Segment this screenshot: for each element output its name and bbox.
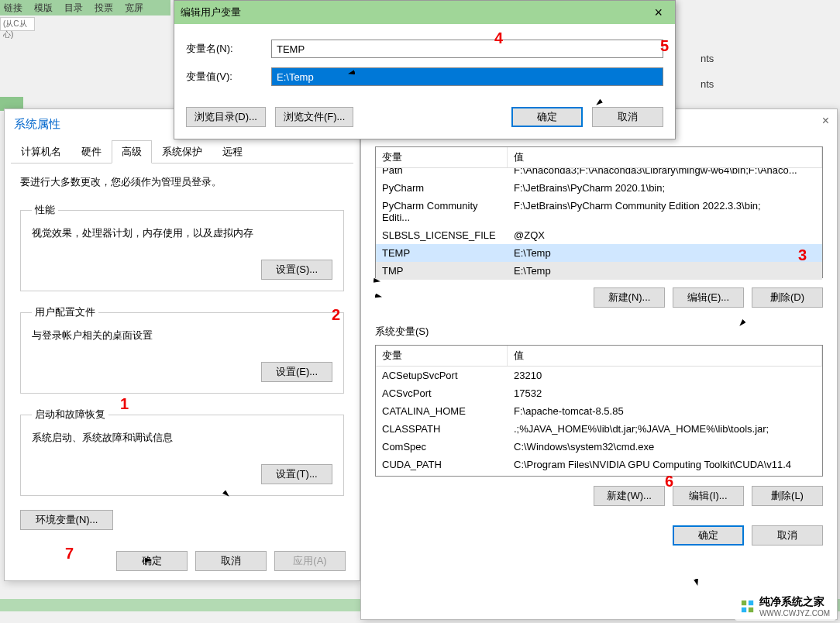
list-row[interactable]: ACSetupSvcPort23210 bbox=[376, 367, 822, 384]
var-name: TEMP bbox=[376, 246, 508, 260]
admin-note: 要进行大多数更改，您必须作为管理员登录。 bbox=[20, 175, 344, 189]
var-name: ComSpec bbox=[376, 439, 508, 454]
var-value: @ZQX bbox=[508, 228, 822, 243]
svg-rect-9 bbox=[742, 600, 746, 604]
userprofile-group: 用户配置文件 与登录帐户相关的桌面设置 设置(E)... bbox=[20, 305, 344, 394]
system-properties-dialog: 系统属性 计算机名 硬件 高级 系统保护 远程 要进行大多数更改，您必须作为管理… bbox=[4, 108, 360, 581]
col-value[interactable]: 值 bbox=[508, 346, 822, 366]
env-vars-button[interactable]: 环境变量(N)... bbox=[20, 510, 113, 530]
tab-hardware[interactable]: 硬件 bbox=[71, 140, 112, 163]
col-variable[interactable]: 变量 bbox=[376, 346, 508, 366]
performance-desc: 视觉效果，处理器计划，内存使用，以及虚拟内存 bbox=[32, 226, 332, 240]
env-vars-dialog: × ASUS 的用户变量(U) 变量 值 OneDriveConsumerC:\… bbox=[360, 108, 838, 620]
sys-vars-label: 系统变量(S) bbox=[375, 325, 823, 339]
var-value: F:\apache-tomcat-8.5.85 bbox=[508, 404, 822, 418]
var-name: CLASSPATH bbox=[376, 422, 508, 436]
bg-right: ntsnts bbox=[701, 39, 840, 101]
list-row[interactable]: ComSpecC:\Windows\system32\cmd.exe bbox=[376, 438, 822, 456]
startup-desc: 系统启动、系统故障和调试信息 bbox=[32, 431, 332, 445]
svg-rect-12 bbox=[749, 607, 753, 611]
browse-dir-button[interactable]: 浏览目录(D)... bbox=[186, 107, 266, 127]
list-row[interactable]: PathF:\Anaconda3;F:\Anaconda3\Library\mi… bbox=[376, 168, 822, 179]
list-row[interactable]: CUDA_PATH_V11_4C:\Program Files\NVIDIA G… bbox=[376, 473, 822, 478]
user-edit-button[interactable]: 编辑(E)... bbox=[673, 287, 744, 308]
svg-rect-10 bbox=[749, 600, 753, 604]
user-vars-list[interactable]: 变量 值 OneDriveConsumerC:\Users\ASUS\OneDr… bbox=[375, 146, 823, 278]
tab-sysprotect[interactable]: 系统保护 bbox=[152, 140, 212, 163]
list-row[interactable]: TEMPE:\Temp bbox=[376, 244, 822, 262]
startup-group: 启动和故障恢复 系统启动、系统故障和调试信息 设置(T)... bbox=[20, 408, 344, 496]
user-new-button[interactable]: 新建(N)... bbox=[594, 287, 665, 308]
edit-dialog-title: 编辑用户变量 bbox=[181, 5, 241, 19]
sys-cancel-button[interactable]: 取消 bbox=[195, 551, 267, 571]
var-name: Path bbox=[376, 168, 508, 177]
performance-settings-button[interactable]: 设置(S)... bbox=[261, 260, 332, 280]
bg-tab: (从C从心) bbox=[0, 17, 35, 31]
performance-legend: 性能 bbox=[32, 203, 58, 217]
startup-settings-button[interactable]: 设置(T)... bbox=[261, 464, 332, 484]
bg-menu: 链接模版目录投票宽屏 bbox=[0, 0, 170, 15]
env-cancel-button[interactable]: 取消 bbox=[752, 525, 823, 546]
var-name-input[interactable] bbox=[271, 40, 663, 58]
watermark-name: 纯净系统之家 bbox=[759, 595, 825, 608]
sys-apply-button[interactable]: 应用(A) bbox=[274, 551, 346, 571]
sys-delete-button[interactable]: 删除(L) bbox=[752, 486, 823, 506]
var-value-label: 变量值(V): bbox=[186, 70, 271, 84]
list-row[interactable]: TMPE:\Temp bbox=[376, 262, 822, 280]
env-ok-button[interactable]: 确定 bbox=[673, 525, 744, 546]
var-value: C:\Program Files\NVIDIA GPU Computing To… bbox=[508, 475, 822, 478]
sys-vars-list[interactable]: 变量 值 ACSetupSvcPort23210ACSvcPort17532CA… bbox=[375, 345, 823, 477]
list-row[interactable]: CUDA_PATHC:\Program Files\NVIDIA GPU Com… bbox=[376, 456, 822, 473]
list-row[interactable]: ACSvcPort17532 bbox=[376, 384, 822, 402]
col-value[interactable]: 值 bbox=[508, 147, 822, 167]
list-row[interactable]: CATALINA_HOMEF:\apache-tomcat-8.5.85 bbox=[376, 402, 822, 420]
startup-legend: 启动和故障恢复 bbox=[32, 408, 108, 422]
var-value: .;%JAVA_HOME%\lib\dt.jar;%JAVA_HOME%\lib… bbox=[508, 422, 822, 436]
var-value: E:\Temp bbox=[508, 263, 822, 278]
var-name: PyCharm Community Editi... bbox=[376, 198, 508, 225]
var-value: F:\JetBrains\PyCharm Community Edition 2… bbox=[508, 198, 822, 225]
performance-group: 性能 视觉效果，处理器计划，内存使用，以及虚拟内存 设置(S)... bbox=[20, 203, 344, 291]
var-name: TMP bbox=[376, 263, 508, 278]
sys-tabs: 计算机名 硬件 高级 系统保护 远程 bbox=[11, 139, 353, 163]
var-value: C:\Program Files\NVIDIA GPU Computing To… bbox=[508, 457, 822, 472]
edit-cancel-button[interactable]: 取消 bbox=[592, 107, 663, 127]
var-name: SLBSLS_LICENSE_FILE bbox=[376, 228, 508, 243]
tab-remote[interactable]: 远程 bbox=[212, 140, 253, 163]
userprofile-legend: 用户配置文件 bbox=[32, 305, 98, 319]
var-value: F:\Anaconda3;F:\Anaconda3\Library\mingw-… bbox=[508, 168, 822, 177]
sys-new-button[interactable]: 新建(W)... bbox=[594, 486, 665, 506]
edit-variable-dialog: 编辑用户变量 × 变量名(N): 变量值(V): 浏览目录(D)... 浏览文件… bbox=[174, 0, 676, 139]
svg-rect-11 bbox=[742, 607, 746, 611]
user-delete-button[interactable]: 删除(D) bbox=[752, 287, 823, 308]
browse-file-button[interactable]: 浏览文件(F)... bbox=[275, 107, 353, 127]
col-variable[interactable]: 变量 bbox=[376, 147, 508, 167]
list-row[interactable]: PyCharmF:\JetBrains\PyCharm 2020.1\bin; bbox=[376, 179, 822, 197]
userprofile-settings-button[interactable]: 设置(E)... bbox=[261, 362, 332, 382]
close-icon[interactable]: × bbox=[648, 5, 669, 21]
var-value: 23210 bbox=[508, 368, 822, 383]
tab-advanced[interactable]: 高级 bbox=[112, 140, 152, 163]
list-row[interactable]: CLASSPATH.;%JAVA_HOME%\lib\dt.jar;%JAVA_… bbox=[376, 420, 822, 438]
var-name: PyCharm bbox=[376, 181, 508, 195]
var-name: CUDA_PATH bbox=[376, 457, 508, 472]
var-name: CATALINA_HOME bbox=[376, 404, 508, 418]
watermark-url: WWW.CWJYZ.COM bbox=[759, 609, 830, 618]
sys-ok-button[interactable]: 确定 bbox=[116, 551, 188, 571]
var-value-input[interactable] bbox=[271, 67, 663, 86]
edit-dialog-titlebar[interactable]: 编辑用户变量 × bbox=[174, 1, 675, 24]
sys-edit-button[interactable]: 编辑(I)... bbox=[673, 486, 744, 506]
userprofile-desc: 与登录帐户相关的桌面设置 bbox=[32, 329, 332, 342]
list-row[interactable]: PyCharm Community Editi...F:\JetBrains\P… bbox=[376, 197, 822, 226]
list-row[interactable]: SLBSLS_LICENSE_FILE@ZQX bbox=[376, 226, 822, 244]
edit-ok-button[interactable]: 确定 bbox=[511, 107, 583, 127]
var-name: ACSvcPort bbox=[376, 386, 508, 401]
var-value: C:\Windows\system32\cmd.exe bbox=[508, 439, 822, 454]
var-name-label: 变量名(N): bbox=[186, 42, 271, 56]
tab-computername[interactable]: 计算机名 bbox=[11, 140, 71, 163]
logo-icon bbox=[741, 600, 755, 614]
var-value: E:\Temp bbox=[508, 246, 822, 260]
close-icon[interactable]: × bbox=[822, 114, 829, 128]
var-name: CUDA_PATH_V11_4 bbox=[376, 475, 508, 478]
var-value: 17532 bbox=[508, 386, 822, 401]
